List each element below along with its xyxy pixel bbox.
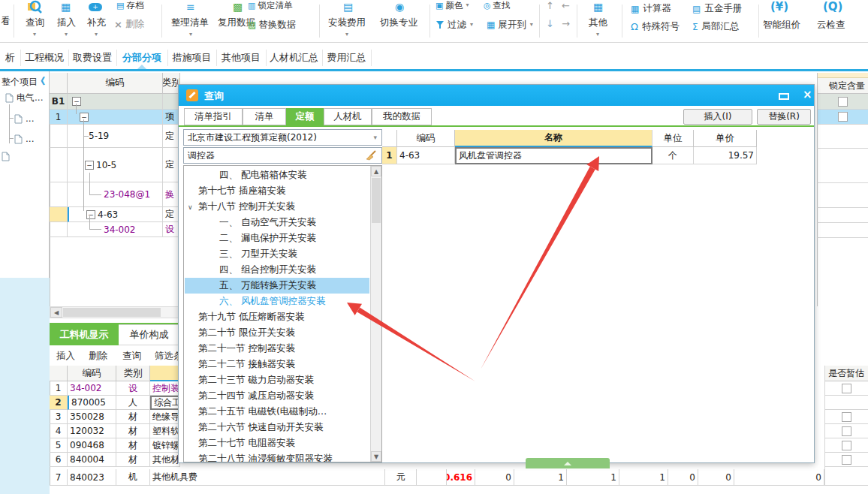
toolbar-hardware-manual-button[interactable]: ▤ 五金手册 bbox=[692, 3, 742, 14]
replace-button[interactable]: 替换(R) bbox=[757, 109, 811, 125]
tree-item-highlighted[interactable]: 六、 风机盘管调控器安装 bbox=[185, 294, 369, 309]
move-right-arrow-icon[interactable]: → bbox=[562, 18, 570, 29]
toolbar-lock-list-button[interactable]: ▥ 锁定清单 bbox=[248, 0, 292, 11]
tree-item[interactable]: 第二十八节 油浸频敏变阻器安装 bbox=[185, 451, 369, 462]
quota-library-select[interactable]: 北京市建设工程预算定额(2012) ▾ bbox=[183, 129, 382, 146]
toolbar-special-symbol-button[interactable]: Ω 特殊符号 bbox=[631, 21, 680, 32]
tree-item[interactable]: 第十九节 低压熔断器安装 bbox=[185, 309, 369, 325]
result-code-cell[interactable]: 4-63 bbox=[397, 147, 455, 164]
tab-analysis[interactable]: 析 bbox=[0, 47, 20, 69]
collapse-node-icon[interactable]: − bbox=[85, 161, 94, 170]
move-up-arrow-icon[interactable]: ↑ bbox=[546, 0, 554, 11]
main-row-code-cell[interactable]: 23-048@1 bbox=[68, 182, 163, 207]
move-left-arrow-icon[interactable]: ← bbox=[562, 0, 570, 11]
vertical-scrollbar[interactable]: ▲ ▼ bbox=[370, 166, 381, 462]
insert-button[interactable]: 插入(I) bbox=[683, 109, 752, 125]
tab-other-items[interactable]: 其他项目 bbox=[216, 47, 266, 69]
main-row-code-cell[interactable]: 5-19 bbox=[68, 125, 163, 148]
lock-qty-checkbox[interactable] bbox=[838, 112, 848, 122]
tree-item[interactable]: 二、 漏电保护开关安装 bbox=[185, 230, 369, 246]
result-row-number[interactable]: 1 bbox=[382, 147, 397, 164]
dialog-tab-list[interactable]: 清单 bbox=[243, 108, 286, 125]
tree-item[interactable]: 三、 刀型开关安装 bbox=[185, 246, 369, 262]
dialog-title-bar[interactable]: 查询 × bbox=[179, 85, 814, 106]
bottom-row-number[interactable]: 1 bbox=[50, 381, 68, 396]
toolbar-replace-data-button[interactable]: ▨ 替换数据 bbox=[248, 19, 296, 31]
toolbar-expand-to-button[interactable]: ▦ 展开到 ▾ bbox=[487, 19, 533, 31]
tree-item[interactable]: 第二十一节 控制器安装 bbox=[185, 341, 369, 357]
bottom-row-number[interactable]: 4 bbox=[50, 424, 68, 438]
bottom-row-number[interactable]: 5 bbox=[50, 438, 68, 453]
horizontal-scrollbar[interactable]: ◀ bbox=[50, 306, 180, 318]
result-price-cell[interactable]: 19.57 bbox=[694, 147, 757, 164]
tree-item[interactable]: 第二十四节 减压启动器安装 bbox=[185, 388, 369, 404]
search-input[interactable]: 调控器 bbox=[183, 147, 382, 164]
project-tree-item[interactable]: 电气... bbox=[5, 92, 43, 104]
tree-item[interactable]: 第二十二节 接触器安装 bbox=[185, 357, 369, 372]
maximize-icon[interactable] bbox=[779, 93, 789, 100]
expand-panel-button[interactable] bbox=[526, 458, 610, 468]
bottom-row-number[interactable]: 7 bbox=[50, 469, 68, 486]
tab-labor-material-summary[interactable]: 人材机汇总 bbox=[266, 47, 322, 69]
main-row-number[interactable] bbox=[50, 207, 68, 222]
tab-fee-settings[interactable]: 取费设置 bbox=[68, 47, 116, 69]
tree-item[interactable]: 第二十六节 快速自动开关安装 bbox=[185, 420, 369, 435]
toolbar-archive-button[interactable]: ▤ 存档 bbox=[116, 0, 143, 11]
main-row-code-cell[interactable]: − bbox=[68, 94, 163, 110]
main-row-number[interactable]: B1 bbox=[50, 94, 68, 110]
tree-item[interactable]: 四、 组合控制开关安装 bbox=[185, 262, 369, 278]
close-icon[interactable]: × bbox=[803, 88, 812, 101]
tree-item[interactable]: 一、 自动空气开关安装 bbox=[185, 215, 369, 230]
main-row-code-cell[interactable]: −10-5 bbox=[68, 148, 163, 182]
scrollbar-thumb[interactable] bbox=[63, 308, 161, 317]
tree-item[interactable]: 四、 配电箱箱体安装 bbox=[185, 167, 369, 183]
bottom-row-number[interactable]: 3 bbox=[50, 410, 68, 424]
dialog-tab-labor-material[interactable]: 人材机 bbox=[324, 108, 372, 125]
bottom-row-number[interactable]: 2 bbox=[50, 396, 68, 410]
dialog-tab-quota[interactable]: 定额 bbox=[286, 108, 324, 125]
main-row-code-cell[interactable]: −4-63 bbox=[68, 207, 163, 222]
collapse-node-icon[interactable]: − bbox=[72, 97, 81, 106]
bottom-row-number[interactable]: 6 bbox=[50, 453, 68, 467]
toolbar-find-button[interactable]: ◎ 查找 bbox=[484, 0, 511, 11]
toolbar-partial-subtotal-button[interactable]: Σ 局部汇总 bbox=[692, 21, 740, 32]
main-row-code-cell[interactable]: 34-002 bbox=[68, 222, 163, 237]
project-tree-item[interactable]: ... bbox=[14, 113, 34, 124]
result-unit-cell[interactable]: 个 bbox=[653, 147, 694, 164]
tab-measure-items[interactable]: 措施项目 bbox=[167, 47, 216, 69]
is-estimated-checkbox[interactable] bbox=[842, 455, 851, 465]
main-row-number[interactable]: 1 bbox=[50, 110, 68, 125]
dialog-tab-my-data[interactable]: 我的数据 bbox=[372, 108, 432, 125]
lock-qty-checkbox[interactable] bbox=[838, 97, 848, 107]
bottom-filter-criteria-button[interactable]: 筛选条件 bbox=[155, 350, 180, 363]
tree-item[interactable]: ∨第十八节 控制开关安装 bbox=[185, 199, 369, 215]
dialog-tab-list-guide[interactable]: 清单指引 bbox=[184, 108, 243, 125]
tab-project-overview[interactable]: 工程概况 bbox=[20, 47, 68, 69]
tree-item[interactable]: 第二十三节 磁力启动器安装 bbox=[185, 372, 369, 388]
clear-broom-icon[interactable] bbox=[366, 150, 378, 161]
main-row-code-cell[interactable]: − bbox=[68, 110, 163, 125]
is-estimated-checkbox[interactable] bbox=[842, 384, 851, 393]
collapse-panel-icon[interactable]: 《 bbox=[36, 75, 45, 88]
tree-item[interactable]: 第二十节 限位开关安装 bbox=[185, 325, 369, 341]
toolbar-calculator-button[interactable]: ▦ 计算器 bbox=[631, 3, 671, 14]
bottom-query-button[interactable]: 查询 bbox=[122, 350, 141, 363]
result-name-cell-selected[interactable]: 风机盘管调控器 bbox=[455, 147, 653, 164]
tree-item-selected[interactable]: 五、 万能转换开关安装 bbox=[185, 278, 369, 294]
project-tree-item[interactable] bbox=[2, 152, 10, 161]
scrollbar-thumb[interactable] bbox=[372, 178, 381, 223]
toolbar-delete-button[interactable]: × 删除 bbox=[114, 18, 144, 30]
selected-cell[interactable]: 综合工 bbox=[150, 396, 180, 410]
collapse-node-icon[interactable]: − bbox=[86, 210, 95, 219]
scroll-up-arrow-icon[interactable]: ▲ bbox=[371, 166, 381, 176]
scroll-down-arrow-icon[interactable]: ▼ bbox=[371, 451, 381, 462]
scroll-left-arrow-icon[interactable]: ◀ bbox=[50, 307, 62, 318]
tree-item[interactable]: 第二十七节 电阻器安装 bbox=[185, 435, 369, 451]
bottom-delete-button[interactable]: 删除 bbox=[89, 350, 107, 363]
tab-unit-price-composition[interactable]: 单价构成 bbox=[119, 324, 180, 345]
is-estimated-checkbox[interactable] bbox=[842, 441, 851, 450]
is-estimated-checkbox[interactable] bbox=[842, 426, 851, 436]
tree-item[interactable]: 第二十五节 电磁铁(电磁制动… bbox=[185, 404, 369, 420]
move-down-arrow-icon[interactable]: ↓ bbox=[546, 18, 554, 29]
toolbar-filter-button[interactable]: 过滤 ▾ bbox=[436, 19, 473, 31]
